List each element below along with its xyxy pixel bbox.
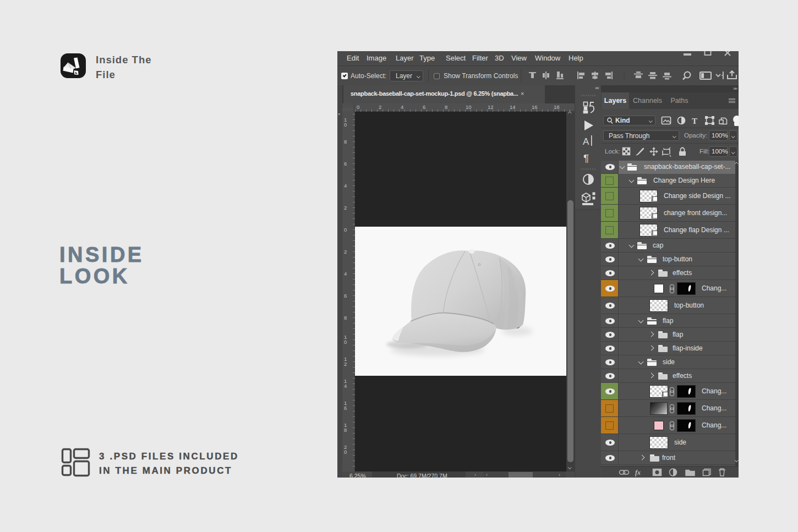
svg-text:A: A: [583, 136, 589, 147]
svg-text:T: T: [692, 117, 697, 125]
svg-text:fx: fx: [635, 469, 641, 476]
svg-text:¶: ¶: [583, 152, 589, 164]
